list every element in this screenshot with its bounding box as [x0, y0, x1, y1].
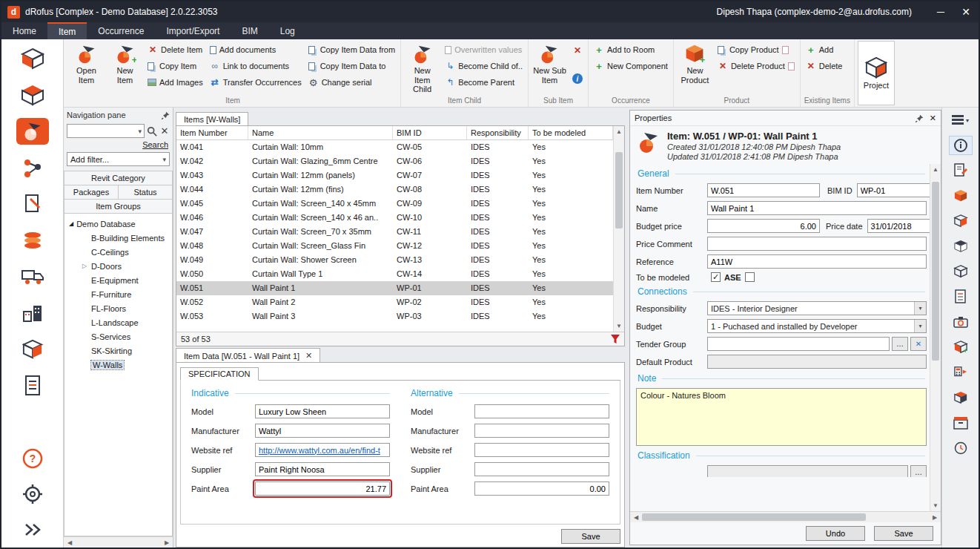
- outline-cube-icon[interactable]: [949, 262, 973, 281]
- pin-icon[interactable]: [916, 114, 924, 122]
- occurrence-cube-icon[interactable]: [16, 82, 49, 108]
- tree-item[interactable]: S-Services: [64, 329, 172, 343]
- tender-group-input[interactable]: [707, 337, 890, 351]
- tree-item[interactable]: FL-Floors: [64, 301, 172, 315]
- classification-input[interactable]: [707, 465, 908, 477]
- menu-tab[interactable]: BIM: [231, 22, 268, 39]
- calculator-cube-icon[interactable]: [949, 363, 973, 382]
- alternative-website-ref-input[interactable]: [474, 443, 609, 457]
- tree-item[interactable]: F-Furniture: [64, 287, 172, 301]
- price-comment-input[interactable]: [707, 237, 927, 251]
- search-input[interactable]: ▾: [67, 124, 145, 138]
- search-link[interactable]: Search: [64, 139, 173, 151]
- change-serial-button[interactable]: ⚙Change serial: [307, 76, 397, 89]
- tree-item[interactable]: W-Walls: [64, 358, 172, 372]
- table-row[interactable]: W.047 Curtain Wall: Screen_70 x 35mm CW-…: [176, 225, 613, 239]
- history-clock-icon[interactable]: [949, 438, 973, 458]
- scroll-down-icon[interactable]: ▼: [614, 320, 624, 332]
- add-filter-dropdown[interactable]: Add filter... ▾: [67, 152, 170, 166]
- tree-item[interactable]: SK-Skirting: [64, 343, 172, 358]
- column-header-item-number[interactable]: Item Number: [176, 126, 248, 139]
- camera-icon[interactable]: [949, 312, 973, 332]
- model-cube-icon[interactable]: [949, 237, 973, 256]
- ase-checkbox[interactable]: [745, 272, 755, 282]
- copy-item-button[interactable]: Copy Item: [146, 59, 205, 73]
- budget-price-input[interactable]: [707, 219, 820, 233]
- item-data-tab[interactable]: Item Data [W.051 - Wall Paint 1] ✕: [176, 348, 320, 362]
- responsibility-dropdown[interactable]: IDES - Interior Designer▾: [707, 301, 927, 315]
- truck-icon[interactable]: [16, 263, 49, 290]
- scrollbar-thumb[interactable]: [642, 513, 866, 521]
- scrollbar-thumb[interactable]: [932, 182, 939, 361]
- website-link[interactable]: http://www.wattyl.com.au/en/find-t: [259, 446, 380, 455]
- menu-tab[interactable]: Import/Export: [155, 22, 231, 39]
- indicative-supplier-input[interactable]: [255, 462, 390, 476]
- tree-item[interactable]: L-Landscape: [64, 315, 172, 329]
- archive-box-icon[interactable]: [949, 413, 973, 433]
- add-images-button[interactable]: Add Images: [146, 76, 205, 89]
- items-vertical-scrollbar[interactable]: ▲ ▼: [613, 126, 624, 332]
- become-parent-button[interactable]: ↰Become Parent: [443, 76, 524, 89]
- existing-add-button[interactable]: +Add: [804, 43, 844, 56]
- filter-indicator-icon[interactable]: [611, 335, 620, 344]
- tender-group-clear-button[interactable]: ✕: [910, 337, 927, 351]
- clear-search-icon[interactable]: ✕: [159, 126, 170, 137]
- table-row[interactable]: W.044 Curtain Wall: 12mm (fins) CW-08 ID…: [176, 183, 613, 197]
- tree-root-demo-database[interactable]: ◢ Demo Database: [64, 217, 172, 231]
- classification-browse-button[interactable]: …: [910, 465, 927, 477]
- delete-item-button[interactable]: ✕Delete Item: [146, 43, 205, 56]
- column-header-responsibility[interactable]: Responsibility: [467, 126, 529, 139]
- menu-tab[interactable]: Home: [1, 22, 47, 39]
- link-to-documents-button[interactable]: ∞Link to documents: [208, 59, 303, 73]
- indicative-manufacturer-input[interactable]: [255, 424, 390, 438]
- help-icon[interactable]: ?: [16, 445, 49, 472]
- tender-group-browse-button[interactable]: …: [892, 337, 908, 351]
- reference-input[interactable]: [707, 254, 927, 269]
- alternative-paint-area-input[interactable]: [474, 481, 609, 496]
- item-number-input[interactable]: [707, 183, 820, 197]
- items-tab[interactable]: Items [W-Walls]: [176, 112, 248, 125]
- properties-save-button[interactable]: Save: [874, 526, 933, 541]
- scroll-right-icon[interactable]: ▶: [161, 537, 173, 548]
- tree-item[interactable]: C-Ceilings: [64, 245, 172, 259]
- table-row[interactable]: W.048 Curtain Wall: Screen_Glass Fin CW-…: [176, 239, 613, 253]
- indicative-paint-area-input[interactable]: [255, 481, 390, 496]
- bim-id-input[interactable]: [857, 183, 930, 197]
- table-row[interactable]: W.053 Wall Paint 3 WP-03 IDES Yes: [176, 309, 613, 323]
- scroll-down-icon[interactable]: ▼: [930, 500, 941, 511]
- undo-button[interactable]: Undo: [806, 526, 865, 541]
- add-documents-button[interactable]: Add documents: [208, 43, 303, 56]
- tree-item[interactable]: D-Doors: [64, 259, 172, 273]
- add-product-cube-icon[interactable]: +: [949, 338, 973, 357]
- search-icon[interactable]: [147, 126, 157, 137]
- sync-cube-icon[interactable]: [949, 211, 973, 231]
- overwritten-values-button[interactable]: Overwritten values: [443, 43, 524, 56]
- packages-section[interactable]: Packages: [64, 185, 119, 199]
- expanded-triangle-icon[interactable]: ◢: [69, 220, 73, 227]
- table-row[interactable]: W.043 Curtain Wall: 12mm (panels) CW-07 …: [176, 168, 613, 183]
- view-selector-icon[interactable]: ▾: [949, 111, 973, 130]
- new-product-button[interactable]: + New Product: [678, 41, 712, 90]
- table-row[interactable]: W.051 Wall Paint 1 WP-01 IDES Yes: [176, 281, 613, 295]
- budget-dropdown[interactable]: 1 - Puchased and installed by Developer▾: [707, 319, 927, 333]
- paperclip-documents-icon[interactable]: [16, 191, 49, 217]
- price-date-input[interactable]: [867, 219, 930, 233]
- link-cube-icon[interactable]: [949, 388, 973, 407]
- new-item-button[interactable]: + New Item: [107, 41, 142, 90]
- table-row[interactable]: W.042 Curtain Wall: Glazing_6mm Centre C…: [176, 154, 613, 168]
- scroll-right-icon[interactable]: ▶: [929, 512, 941, 522]
- table-row[interactable]: W.052 Wall Paint 2 WP-02 IDES Yes: [176, 295, 613, 309]
- new-item-child-button[interactable]: New Item Child: [405, 41, 440, 95]
- to-be-modeled-checkbox[interactable]: ✓: [711, 272, 721, 282]
- project-button[interactable]: Project: [858, 41, 895, 105]
- package-box-icon[interactable]: [16, 336, 49, 363]
- table-row[interactable]: W.046 Curtain Wall: Screen_140 x 46 an..…: [176, 211, 613, 225]
- column-header-name[interactable]: Name: [248, 126, 393, 139]
- table-row[interactable]: W.045 Curtain Wall: Screen_140 x 45mm CW…: [176, 197, 613, 211]
- column-header-bim-id[interactable]: BIM ID: [393, 126, 467, 139]
- default-product-input[interactable]: [707, 355, 927, 369]
- scroll-left-icon[interactable]: ◀: [64, 537, 76, 548]
- specification-tab[interactable]: SPECIFICATION: [180, 367, 259, 381]
- scroll-up-icon[interactable]: ▲: [930, 164, 941, 175]
- menu-tab[interactable]: Item: [47, 22, 87, 39]
